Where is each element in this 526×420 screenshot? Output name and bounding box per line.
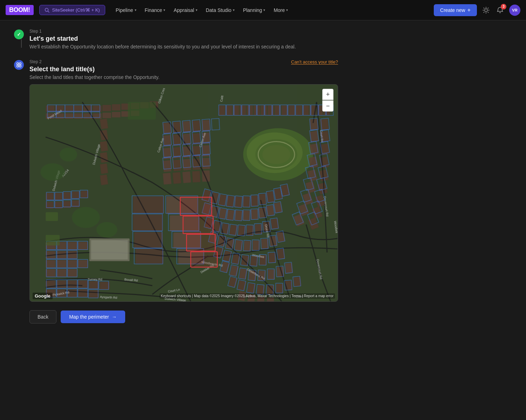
bottom-actions: Back Map the perimeter →	[29, 310, 338, 324]
svg-rect-165	[56, 269, 66, 277]
svg-rect-28	[112, 104, 121, 111]
svg-rect-161	[56, 260, 66, 268]
nav-items: Pipeline ▾ Finance ▾ Appraisal ▾ Data St…	[112, 5, 431, 15]
svg-rect-427	[91, 240, 128, 260]
step1-description: We'll establish the Opportunity location…	[29, 44, 296, 49]
step1-content: Step 1 Let's get started We'll establish…	[29, 29, 296, 49]
search-icon	[45, 8, 49, 13]
svg-rect-145	[54, 193, 62, 200]
avatar[interactable]: VR	[509, 5, 520, 16]
svg-rect-146	[63, 192, 71, 199]
svg-rect-11	[17, 63, 19, 65]
nav-item-appraisal[interactable]: Appraisal ▾	[170, 5, 201, 15]
cant-access-link[interactable]: Can't access your title?	[291, 59, 338, 65]
svg-rect-188	[133, 196, 164, 213]
siteseeker-button[interactable]: SiteSeeker (Ctrl/⌘ + K)	[39, 5, 105, 15]
step2-row: Step 2 Select the land title(s) Select t…	[14, 59, 337, 324]
svg-rect-202	[182, 121, 191, 133]
svg-rect-39	[102, 113, 111, 118]
svg-rect-51	[275, 106, 281, 115]
map-attribution-text: Keyboard shortcuts | Map data ©2025 Imag…	[160, 293, 335, 299]
svg-rect-163	[78, 260, 88, 268]
svg-rect-170	[78, 280, 88, 288]
zoom-out-button[interactable]: −	[322, 100, 333, 112]
svg-rect-159	[67, 251, 77, 259]
step2-content: Step 2 Select the land title(s) Select t…	[29, 59, 338, 324]
svg-point-20	[262, 145, 290, 164]
theme-toggle-button[interactable]	[481, 5, 491, 15]
svg-point-420	[40, 163, 65, 181]
svg-rect-164	[46, 269, 55, 277]
svg-rect-112	[253, 241, 260, 251]
svg-rect-155	[67, 242, 77, 250]
svg-rect-83	[251, 195, 258, 206]
svg-rect-215	[202, 158, 210, 169]
svg-line-10	[488, 8, 488, 8]
svg-rect-49	[261, 106, 267, 115]
notification-button[interactable]: 3	[495, 5, 505, 15]
svg-rect-21	[46, 106, 54, 112]
svg-rect-147	[72, 192, 80, 199]
arrow-icon: →	[112, 314, 117, 320]
svg-rect-35	[65, 113, 73, 119]
svg-rect-48	[254, 106, 260, 115]
chevron-down-icon: ▾	[196, 8, 197, 12]
create-new-button[interactable]: Create new +	[434, 4, 477, 16]
svg-rect-180	[100, 141, 108, 152]
step2-title: Select the land title(s)	[29, 66, 160, 73]
step1-icon: ✓	[14, 29, 24, 39]
step1-label: Step 1	[29, 29, 296, 34]
main-content: ✓ Step 1 Let's get started We'll establi…	[0, 20, 351, 347]
plus-icon: +	[467, 7, 471, 13]
siteseeker-label: SiteSeeker (Ctrl/⌘ + K)	[52, 7, 100, 13]
map-container[interactable]: Dulwich Village Dulwich Village Calton A…	[29, 84, 338, 302]
svg-rect-183	[100, 174, 108, 185]
step2-header: Step 2 Select the land title(s) Select t…	[29, 59, 338, 80]
svg-rect-156	[78, 242, 88, 250]
svg-rect-196	[163, 173, 171, 185]
svg-rect-160	[46, 260, 55, 268]
sun-icon	[483, 7, 490, 14]
svg-line-8	[488, 12, 488, 13]
map-perimeter-button[interactable]: Map the perimeter →	[61, 311, 125, 323]
nav-item-finance[interactable]: Finance ▾	[141, 5, 169, 15]
svg-rect-168	[56, 280, 66, 288]
svg-rect-54	[296, 106, 302, 115]
svg-point-419	[60, 147, 77, 161]
svg-rect-43	[219, 106, 225, 115]
svg-rect-148	[81, 191, 88, 198]
svg-point-417	[72, 207, 100, 228]
svg-rect-93	[243, 211, 250, 221]
nav-right: Create new + 3	[434, 4, 520, 16]
svg-rect-52	[282, 106, 288, 115]
svg-rect-171	[89, 281, 99, 289]
svg-rect-53	[289, 106, 295, 115]
step1-row: ✓ Step 1 Let's get started We'll establi…	[14, 29, 337, 49]
svg-rect-205	[182, 159, 191, 171]
svg-point-2	[485, 9, 487, 12]
step2-text: Step 2 Select the land title(s) Select t…	[29, 59, 160, 80]
nav-item-pipeline[interactable]: Pipeline ▾	[112, 5, 140, 15]
svg-rect-45	[233, 106, 239, 115]
nav-item-more[interactable]: More ▾	[270, 5, 291, 15]
svg-rect-40	[112, 112, 121, 118]
svg-rect-182	[100, 163, 108, 174]
zoom-in-button[interactable]: +	[322, 89, 333, 100]
svg-rect-25	[83, 106, 92, 112]
svg-rect-81	[235, 196, 242, 208]
svg-rect-207	[192, 121, 201, 132]
nav-item-planning[interactable]: Planning ▾	[240, 5, 269, 15]
step-connector	[21, 39, 22, 48]
svg-rect-211	[192, 171, 201, 182]
svg-rect-190	[134, 232, 163, 248]
svg-rect-84	[258, 194, 266, 205]
step2-description: Select the land titles that together com…	[29, 74, 160, 80]
step2-icon	[14, 60, 24, 70]
svg-rect-201	[173, 172, 181, 184]
back-button[interactable]: Back	[29, 310, 56, 324]
svg-rect-206	[182, 171, 191, 183]
nav-item-datastudio[interactable]: Data Studio ▾	[202, 5, 238, 15]
svg-line-7	[484, 8, 484, 8]
svg-rect-46	[240, 106, 246, 115]
chevron-down-icon: ▾	[233, 8, 235, 12]
